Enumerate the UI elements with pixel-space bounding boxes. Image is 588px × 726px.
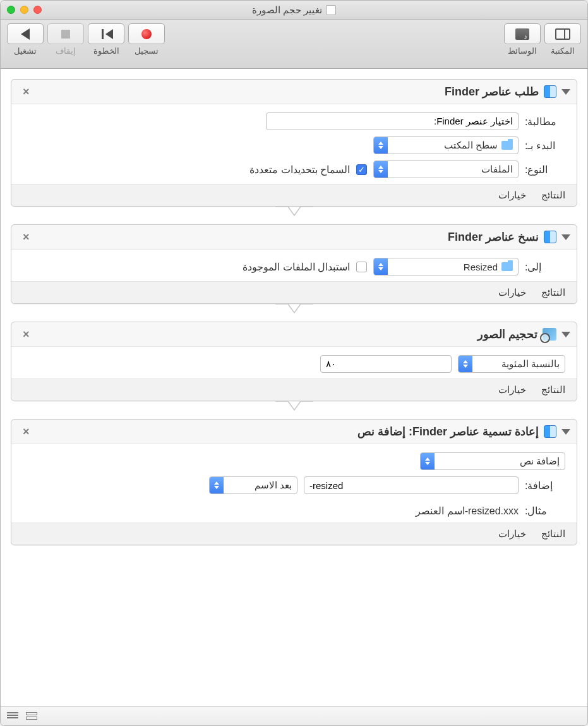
- action-title: طلب عناصر Finder: [445, 85, 539, 99]
- close-icon[interactable]: ×: [20, 85, 32, 99]
- variables-view-icon[interactable]: [26, 712, 37, 721]
- connector: [11, 304, 577, 322]
- media-button[interactable]: الوسائط: [504, 23, 541, 56]
- workflow-area[interactable]: طلب عناصر Finder × مطالبة: البدء بـ: سطح…: [1, 69, 587, 706]
- add-label: إضافة:: [525, 480, 565, 492]
- position-popup[interactable]: بعد الاسم: [209, 476, 297, 494]
- titlebar: تغيير حجم الصورة: [1, 1, 587, 20]
- options-button[interactable]: خيارات: [498, 287, 526, 298]
- connector: [11, 207, 577, 224]
- disclosure-triangle-icon[interactable]: [561, 429, 570, 435]
- preview-icon: [543, 328, 556, 341]
- library-icon: [555, 28, 570, 40]
- minimize-window-button[interactable]: [20, 6, 28, 14]
- zoom-window-button[interactable]: [7, 6, 15, 14]
- connector: [11, 401, 577, 419]
- window-title: تغيير حجم الصورة: [252, 4, 336, 16]
- options-button[interactable]: خيارات: [498, 384, 526, 396]
- rename-mode-popup[interactable]: إضافة نص: [420, 452, 565, 470]
- automator-window: تغيير حجم الصورة تشغيل إيقاف الخطوة تسجي…: [0, 0, 588, 726]
- allow-multiple-label: السماح بتحديدات متعددة: [249, 164, 350, 176]
- step-icon: [99, 28, 113, 40]
- updown-icon: [374, 161, 388, 178]
- disclosure-triangle-icon[interactable]: [561, 234, 570, 240]
- action-title: نسخ عناصر Finder: [448, 230, 539, 244]
- updown-icon: [210, 477, 224, 493]
- results-button[interactable]: النتائج: [541, 287, 565, 298]
- replace-existing-checkbox[interactable]: [356, 262, 367, 272]
- example-label: مثال:: [525, 505, 565, 517]
- step-button[interactable]: الخطوة: [88, 23, 124, 56]
- close-window-button[interactable]: [33, 6, 42, 14]
- finder-icon: [544, 425, 556, 438]
- action-header[interactable]: تحجيم الصور ×: [11, 322, 577, 346]
- log-view-icon[interactable]: [7, 712, 18, 721]
- scale-amount-input[interactable]: [320, 355, 452, 373]
- finder-icon: [544, 85, 556, 98]
- example-value: اسم العنصر-resized.xxx: [416, 505, 519, 517]
- action-header[interactable]: إعادة تسمية عناصر Finder: إضافة نص ×: [11, 420, 577, 444]
- disclosure-triangle-icon[interactable]: [561, 332, 570, 337]
- updown-icon: [421, 453, 435, 469]
- prompt-label: مطالبة:: [525, 116, 565, 128]
- statusbar: [1, 706, 587, 725]
- record-icon: [141, 29, 152, 39]
- window-title-text: تغيير حجم الصورة: [252, 4, 322, 16]
- toolbar: تشغيل إيقاف الخطوة تسجيل الوسائط المكتبة: [1, 20, 587, 69]
- results-button[interactable]: النتائج: [541, 190, 565, 201]
- options-button[interactable]: خيارات: [498, 190, 526, 201]
- folder-icon: [501, 141, 513, 150]
- start-at-popup[interactable]: سطح المكتب: [373, 136, 519, 154]
- to-folder-popup[interactable]: Resized: [373, 258, 519, 275]
- play-icon: [21, 28, 30, 40]
- action-title: إعادة تسمية عناصر Finder: إضافة نص: [357, 425, 539, 439]
- prompt-input[interactable]: [266, 112, 519, 130]
- type-label: النوع:: [525, 164, 565, 176]
- options-button[interactable]: خيارات: [498, 528, 526, 540]
- updown-icon: [374, 258, 388, 275]
- record-button[interactable]: تسجيل: [128, 23, 165, 56]
- to-label: إلى:: [525, 261, 565, 273]
- results-button[interactable]: النتائج: [541, 528, 565, 540]
- start-at-label: البدء بـ:: [525, 140, 565, 152]
- document-icon: [326, 5, 336, 15]
- stop-button[interactable]: إيقاف: [47, 23, 84, 56]
- finder-icon: [544, 231, 556, 243]
- disclosure-triangle-icon[interactable]: [561, 89, 570, 95]
- action-ask-finder-items: طلب عناصر Finder × مطالبة: البدء بـ: سطح…: [11, 79, 577, 207]
- updown-icon: [374, 137, 388, 154]
- close-icon[interactable]: ×: [20, 425, 32, 439]
- action-title: تحجيم الصور: [477, 327, 537, 341]
- media-icon: [515, 28, 529, 40]
- updown-icon: [459, 356, 472, 372]
- window-controls: [7, 6, 42, 14]
- allow-multiple-checkbox[interactable]: [356, 164, 367, 175]
- library-button[interactable]: المكتبة: [544, 23, 581, 56]
- close-icon[interactable]: ×: [20, 328, 32, 341]
- replace-existing-label: استبدال الملفات الموجودة: [243, 261, 350, 273]
- action-scale-images: تحجيم الصور × بالنسبة المئوية النتائج خي…: [11, 322, 577, 401]
- run-button[interactable]: تشغيل: [7, 23, 44, 56]
- folder-icon: [501, 262, 513, 271]
- action-copy-finder-items: نسخ عناصر Finder × إلى: Resized استبدال …: [11, 224, 577, 304]
- close-icon[interactable]: ×: [20, 231, 32, 244]
- add-text-input[interactable]: [304, 476, 519, 494]
- results-button[interactable]: النتائج: [541, 384, 565, 396]
- action-header[interactable]: نسخ عناصر Finder ×: [11, 225, 577, 249]
- action-header[interactable]: طلب عناصر Finder ×: [11, 80, 577, 104]
- type-popup[interactable]: الملفات: [373, 160, 519, 178]
- stop-icon: [61, 30, 70, 39]
- action-rename-finder-items: إعادة تسمية عناصر Finder: إضافة نص × إضا…: [11, 419, 577, 545]
- scale-mode-popup[interactable]: بالنسبة المئوية: [458, 355, 565, 373]
